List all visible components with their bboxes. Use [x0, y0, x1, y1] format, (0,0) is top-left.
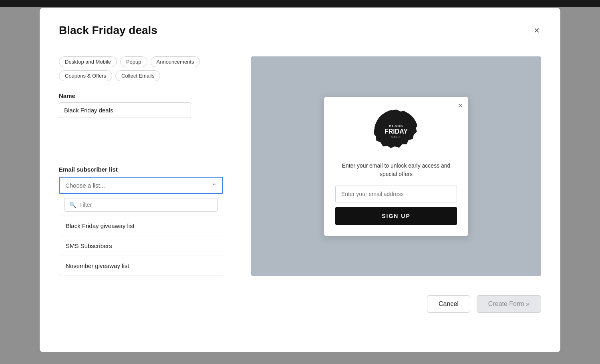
name-field-label: Name — [59, 92, 235, 99]
modal-body: Desktop and Mobile Popup Announcements C… — [59, 56, 541, 276]
search-icon: 🔍 — [69, 202, 76, 208]
modal-dialog: Black Friday deals × Desktop and Mobile … — [40, 8, 560, 352]
dropdown-placeholder: Choose a list... — [65, 182, 105, 189]
popup-close-button[interactable]: × — [458, 102, 463, 110]
tags-row: Desktop and Mobile Popup Announcements C… — [59, 56, 235, 81]
filter-input[interactable] — [79, 202, 213, 208]
popup-preview-card: × BLACK FRIDAY SALE Enter your email to … — [324, 97, 468, 236]
tag-collect-emails: Collect Emails — [115, 70, 160, 81]
cancel-button[interactable]: Cancel — [427, 295, 470, 313]
badge-text-sale: SALE — [391, 136, 401, 138]
tag-desktop-mobile: Desktop and Mobile — [59, 56, 117, 67]
filter-input-row: 🔍 — [64, 198, 218, 212]
subscriber-list-dropdown[interactable]: Choose a list... ⌃ — [59, 177, 223, 194]
tag-announcements: Announcements — [151, 56, 200, 67]
popup-email-input[interactable] — [335, 186, 457, 202]
popup-signup-button[interactable]: SIGN UP — [335, 207, 457, 225]
popup-description: Enter your email to unlock early access … — [335, 162, 457, 178]
modal-divider — [59, 45, 541, 45]
dropdown-item-1[interactable]: SMS Subscribers — [59, 236, 223, 256]
modal-close-button[interactable]: × — [532, 24, 541, 37]
chevron-up-icon: ⌃ — [212, 182, 217, 189]
create-form-button[interactable]: Create Form » — [477, 295, 541, 313]
tag-popup: Popup — [120, 56, 147, 67]
badge-text-friday: FRIDAY — [385, 128, 408, 135]
tag-coupons-offers: Coupons & Offers — [59, 70, 112, 81]
name-input[interactable] — [59, 102, 191, 118]
dropdown-list: Black Friday giveaway list SMS Subscribe… — [59, 216, 223, 276]
black-friday-badge: BLACK FRIDAY SALE — [374, 110, 418, 154]
modal-backdrop: Black Friday deals × Desktop and Mobile … — [0, 0, 600, 364]
filter-wrap: 🔍 — [59, 194, 223, 216]
subscriber-list-label: Email subscriber list — [59, 166, 235, 173]
dropdown-panel: 🔍 Black Friday giveaway list SMS Subscri… — [59, 194, 223, 276]
modal-title: Black Friday deals — [59, 24, 157, 37]
preview-panel: × BLACK FRIDAY SALE Enter your email to … — [251, 56, 541, 276]
modal-header: Black Friday deals × — [59, 24, 541, 37]
modal-footer: Cancel Create Form » — [59, 289, 541, 313]
left-panel: Desktop and Mobile Popup Announcements C… — [59, 56, 235, 276]
dropdown-item-0[interactable]: Black Friday giveaway list — [59, 216, 223, 236]
dropdown-item-2[interactable]: November giveaway list — [59, 256, 223, 276]
